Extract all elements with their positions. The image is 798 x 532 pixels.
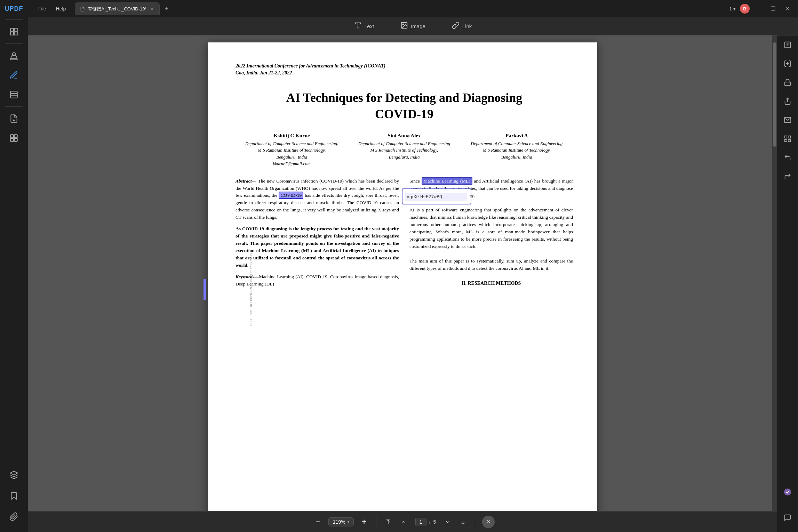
zoom-out-icon: − xyxy=(316,517,320,526)
svg-rect-6 xyxy=(10,91,17,98)
top-bar: File Help 有链接AI_Tech..._COVID-19* × + 1 … xyxy=(28,0,798,17)
author-3-dept: Department of Computer Science and Engin… xyxy=(461,140,573,161)
zoom-dropdown-icon: ▾ xyxy=(348,520,349,524)
svg-point-18 xyxy=(403,24,404,25)
section-heading: II. RESEARCH METHODS xyxy=(409,280,573,287)
left-column: Abstract— The new Coronavirus infection … xyxy=(236,178,399,288)
close-toolbar-btn[interactable]: ✕ xyxy=(482,516,495,528)
text-edit-popup[interactable]: ≡ xyxy=(402,188,471,204)
link-icon xyxy=(452,22,460,31)
minimize-btn[interactable]: — xyxy=(752,4,764,13)
app-logo: UPDF xyxy=(5,5,23,13)
scroll-track[interactable] xyxy=(772,35,777,532)
svg-rect-28 xyxy=(785,139,787,142)
svg-rect-27 xyxy=(788,139,790,142)
right-col-para-2: AI is a part of software engineering tha… xyxy=(409,207,573,250)
sidebar-item-translate[interactable] xyxy=(3,129,24,147)
menu-file[interactable]: File xyxy=(33,4,51,14)
edit-popup-input[interactable] xyxy=(405,193,467,201)
sidebar-item-layers[interactable] xyxy=(3,466,24,484)
maximize-btn[interactable]: ❐ xyxy=(768,4,778,14)
sidebar-bottom xyxy=(3,465,24,532)
left-sidebar: UPDF xyxy=(0,0,28,532)
image-tool-label: Image xyxy=(411,23,425,29)
ocr-icon[interactable] xyxy=(779,36,796,54)
sidebar-item-thumbnails[interactable] xyxy=(3,23,24,41)
protect-icon[interactable] xyxy=(779,74,796,91)
text-icon xyxy=(354,22,362,31)
author-3-name: Parkavi A xyxy=(461,133,573,139)
authors-section: Kshitij C Kurne Department of Computer S… xyxy=(236,133,573,167)
sidebar-item-export[interactable] xyxy=(3,110,24,128)
main-content: IEEE | DOI: 10.1109/ICONAT53423.2022.972… xyxy=(28,35,777,532)
tab-close-btn[interactable]: × xyxy=(149,6,154,12)
bottom-toolbar: − 119% ▾ + / 5 ✕ xyxy=(28,511,777,532)
user-avatar[interactable]: B xyxy=(740,4,750,14)
text-tool-label: Text xyxy=(365,23,374,29)
svg-point-29 xyxy=(784,489,791,495)
svg-rect-26 xyxy=(788,136,790,138)
page-top-btn[interactable] xyxy=(381,514,396,530)
author-1: Kshitij C Kurne Department of Computer S… xyxy=(236,133,348,167)
sidebar-item-attachment[interactable] xyxy=(3,508,24,526)
link-tool-btn[interactable]: Link xyxy=(446,19,478,33)
author-1-name: Kshitij C Kurne xyxy=(236,133,348,139)
page-down-btn[interactable] xyxy=(440,514,455,530)
svg-rect-10 xyxy=(10,135,14,138)
image-tool-btn[interactable]: Image xyxy=(394,19,432,33)
zoom-display[interactable]: 119% ▾ xyxy=(328,517,354,526)
sidebar-item-pages[interactable] xyxy=(3,86,24,104)
redo-icon[interactable] xyxy=(779,168,796,185)
email-icon[interactable] xyxy=(779,111,796,129)
page-up-btn[interactable] xyxy=(396,514,411,530)
tab-add-btn[interactable]: + xyxy=(161,3,171,14)
sidebar-item-edit[interactable] xyxy=(3,66,24,84)
close-window-btn[interactable]: ✕ xyxy=(782,4,792,14)
svg-rect-3 xyxy=(14,32,17,35)
menu-help[interactable]: Help xyxy=(51,4,71,14)
keywords-paragraph: Keywords—Machine Learning (AI), COVID-19… xyxy=(236,273,399,288)
author-2-dept: Department of Computer Science and Engin… xyxy=(348,140,460,161)
abstract-paragraph: Abstract— The new Coronavirus infection … xyxy=(236,178,399,221)
separator-2 xyxy=(475,517,475,527)
tab-current[interactable]: 有链接AI_Tech..._COVID-19* × xyxy=(75,2,160,15)
zoom-in-btn[interactable]: + xyxy=(357,514,372,530)
page-number-input[interactable] xyxy=(415,518,426,526)
page-total: 5 xyxy=(433,519,436,525)
page-indicator[interactable]: 1 ▾ xyxy=(729,6,736,11)
abstract-paragraph-2: As COVID-19 diagnosing is the lengthy pr… xyxy=(236,225,399,269)
organize-icon[interactable] xyxy=(779,130,796,147)
right-sidebar xyxy=(777,0,798,532)
sidebar-divider-3 xyxy=(5,106,23,107)
text-tool-btn[interactable]: Text xyxy=(348,19,381,33)
sidebar-divider-2 xyxy=(5,43,23,44)
page-current-top: 1 xyxy=(729,6,732,11)
window-controls: — ❐ ✕ xyxy=(752,4,795,14)
author-3: Parkavi A Department of Computer Science… xyxy=(461,133,573,167)
author-2: Sini Anna Alex Department of Computer Sc… xyxy=(348,133,460,167)
page-bottom-btn[interactable] xyxy=(455,514,471,530)
sidebar-item-bookmark[interactable] xyxy=(3,487,24,505)
svg-rect-13 xyxy=(14,138,17,142)
right-col-para-3: The main aim of this paper is to systema… xyxy=(409,258,573,272)
scroll-thumb[interactable] xyxy=(773,42,776,147)
share-icon[interactable] xyxy=(779,92,796,110)
pdf-title-line2: COVID-19 xyxy=(375,107,433,121)
svg-rect-23 xyxy=(785,82,791,86)
chat-icon[interactable] xyxy=(779,509,796,526)
tab-label: 有链接AI_Tech..._COVID-19* xyxy=(88,6,146,12)
edit-toolbar: Text Image Link xyxy=(28,17,798,35)
ai-assistant-icon[interactable] xyxy=(779,483,796,501)
sidebar-divider-1 xyxy=(5,19,23,20)
page-side-label xyxy=(204,279,206,300)
logo-area[interactable]: UPDF xyxy=(0,0,28,17)
pdf-title-line1: AI Techniques for Detecting and Diagnosi… xyxy=(286,91,522,105)
top-menu: File Help xyxy=(33,4,71,14)
undo-icon[interactable] xyxy=(779,149,796,166)
svg-rect-5 xyxy=(10,59,17,60)
sidebar-item-stamp[interactable] xyxy=(3,47,24,65)
convert-icon[interactable] xyxy=(779,55,796,72)
author-1-dept: Department of Computer Science and Engin… xyxy=(236,140,348,167)
zoom-out-btn[interactable]: − xyxy=(310,514,326,530)
edit-popup-settings-icon[interactable]: ≡ xyxy=(470,193,473,200)
